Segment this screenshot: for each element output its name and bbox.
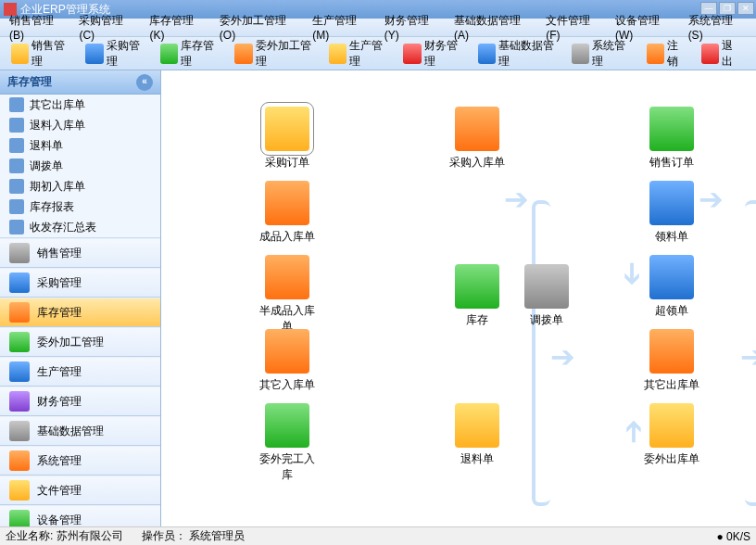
sidebar-nav-item[interactable]: 基础数据管理 [0, 416, 160, 446]
toolbar-label: 库存管理 [181, 38, 220, 70]
sidebar-subitem[interactable]: 期初入库单 [0, 176, 160, 196]
sidebar-subitem[interactable]: 收发存汇总表 [0, 217, 160, 237]
sidebar-nav-icon [9, 480, 30, 501]
flow-node-icon [649, 181, 694, 225]
flow-node[interactable]: 其它出库单 [639, 329, 704, 393]
sidebar-subitem[interactable]: 调拨单 [0, 156, 160, 176]
sidebar-header[interactable]: 库存管理 « [0, 70, 160, 95]
sidebar-nav-icon [9, 243, 30, 263]
flow-node[interactable]: 委外出库单 [639, 403, 704, 467]
sidebar-subitem-label: 退料单 [30, 138, 63, 154]
flow-node-label: 其它出库单 [639, 377, 704, 393]
sidebar-nav-label: 委外加工管理 [37, 335, 104, 350]
sidebar-nav-label: 文件管理 [37, 483, 82, 499]
restore-button[interactable]: ❐ [719, 2, 736, 15]
arrow-icon: ➔ [504, 182, 529, 217]
flow-node[interactable]: 采购入库单 [445, 107, 510, 171]
toolbar-button[interactable]: 财务管理 [397, 36, 468, 71]
toolbar-label: 采购管理 [107, 38, 145, 70]
toolbar-label: 注销 [667, 38, 687, 70]
toolbar-icon [403, 44, 421, 64]
flow-node-icon [455, 107, 499, 151]
sidebar-nav-item[interactable]: 销售管理 [0, 238, 160, 268]
toolbar-icon [478, 44, 496, 64]
sidebar-subitem[interactable]: 退料入库单 [0, 115, 160, 135]
toolbar-button[interactable]: 系统管理 [566, 36, 636, 71]
flow-node[interactable]: 销售订单 [639, 107, 704, 171]
flow-node-label: 退料单 [445, 451, 510, 467]
flow-node[interactable]: 超领单 [639, 255, 704, 319]
sidebar-subitem[interactable]: 库存报表 [0, 196, 160, 217]
flow-node[interactable]: 采购订单 [255, 107, 320, 171]
toolbar-icon [329, 44, 346, 64]
sidebar-submenu: 其它出库单退料入库单退料单调拨单期初入库单库存报表收发存汇总表 [0, 95, 160, 238]
flow-node-label: 采购订单 [255, 155, 320, 171]
toolbar-button[interactable]: 生产管理 [323, 36, 394, 71]
toolbar-label: 销售管理 [32, 38, 70, 70]
toolbar-label: 生产管理 [349, 38, 388, 70]
sidebar-subitem-icon [9, 179, 24, 194]
flow-node-icon [524, 264, 569, 309]
flow-node[interactable]: 库存 [445, 264, 510, 328]
sidebar-nav-label: 系统管理 [37, 453, 82, 469]
flow-node-label: 成品入库单 [255, 229, 320, 245]
sidebar-nav-label: 财务管理 [37, 394, 82, 410]
sidebar-subitem-icon [9, 118, 24, 133]
flow-node-icon [649, 255, 694, 299]
flow-node-icon [265, 329, 309, 374]
sidebar-nav-item[interactable]: 文件管理 [0, 475, 160, 505]
toolbar-button[interactable]: 库存管理 [155, 36, 225, 71]
sidebar-subitem[interactable]: 退料单 [0, 135, 160, 156]
toolbar-icon [647, 44, 664, 64]
sidebar-subitem-label: 期初入库单 [30, 179, 85, 195]
sidebar-subitem[interactable]: 其它出库单 [0, 95, 160, 115]
menubar: 销售管理(B)采购管理(C)库存管理(K)委外加工管理(O)生产管理(M)财务管… [0, 19, 756, 37]
flow-node[interactable]: 其它入库单 [255, 329, 320, 393]
sidebar-nav-label: 生产管理 [37, 364, 82, 380]
toolbar-button[interactable]: 注销 [641, 36, 692, 71]
sidebar-nav-label: 销售管理 [37, 246, 82, 261]
sidebar-nav-label: 基础数据管理 [37, 424, 104, 439]
sidebar-nav-label: 设备管理 [37, 513, 82, 527]
sidebar-nav-item[interactable]: 设备管理 [0, 505, 160, 526]
close-button[interactable]: ✕ [737, 2, 754, 15]
sidebar-subitem-icon [9, 138, 24, 153]
sidebar-nav-item[interactable]: 委外加工管理 [0, 327, 160, 357]
toolbar-button[interactable]: 退出 [696, 36, 747, 71]
sidebar-nav-icon [9, 450, 30, 471]
collapse-icon[interactable]: « [136, 74, 153, 91]
sidebar-nav-item[interactable]: 生产管理 [0, 357, 160, 387]
sidebar-subitem-label: 退料入库单 [30, 118, 85, 133]
sidebar-subitem-icon [9, 97, 24, 112]
toolbar: 销售管理采购管理库存管理委外加工管理生产管理财务管理基础数据管理系统管理注销退出 [0, 37, 756, 70]
toolbar-icon [572, 44, 589, 64]
statusbar: 企业名称: 苏州有限公司 操作员： 系统管理员 ● 0K/S [0, 526, 756, 545]
flow-node[interactable]: 退料单 [445, 403, 510, 467]
flow-node[interactable]: 委外完工入库 [255, 403, 320, 483]
toolbar-button[interactable]: 基础数据管理 [472, 36, 563, 71]
flow-node[interactable]: 领料单 [639, 181, 704, 245]
sidebar-subitem-label: 调拨单 [30, 158, 63, 174]
sidebar-nav-item[interactable]: 库存管理 [0, 298, 160, 327]
flow-node[interactable]: 调拨单 [514, 264, 579, 328]
flow-node-icon [649, 329, 694, 374]
sidebar-subitem-icon [9, 199, 24, 214]
sidebar-nav-item[interactable]: 财务管理 [0, 387, 160, 416]
flow-node-label: 超领单 [639, 303, 704, 319]
flow-node-icon [649, 403, 694, 448]
toolbar-button[interactable]: 销售管理 [6, 36, 76, 71]
sidebar-nav-label: 库存管理 [37, 305, 82, 321]
flow-node[interactable]: 半成品入库单 [255, 255, 320, 335]
toolbar-button[interactable]: 委外加工管理 [229, 36, 320, 71]
sidebar-nav-item[interactable]: 系统管理 [0, 446, 160, 475]
toolbar-button[interactable]: 采购管理 [80, 36, 150, 71]
sidebar-nav-item[interactable]: 采购管理 [0, 268, 160, 298]
flow-node-label: 领料单 [639, 229, 704, 245]
minimize-button[interactable]: — [700, 2, 717, 15]
flow-bracket-left [532, 200, 550, 506]
sidebar-header-label: 库存管理 [7, 74, 52, 90]
arrow-icon: ➔ [740, 339, 756, 374]
toolbar-icon [234, 44, 252, 64]
sidebar-nav-icon [9, 421, 30, 441]
flow-node[interactable]: 成品入库单 [255, 181, 320, 245]
